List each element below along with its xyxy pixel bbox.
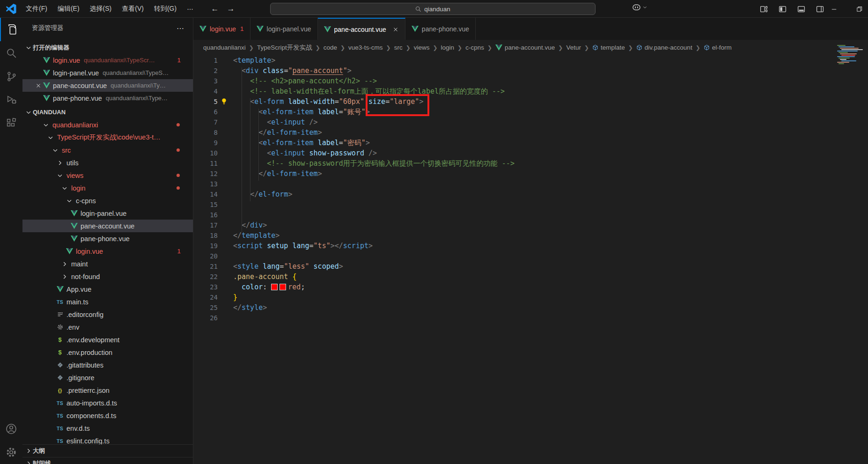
menu-item-4[interactable]: 转到(G) (149, 3, 182, 15)
line-number[interactable]: 1 (193, 57, 218, 64)
tree-item-pane-account.vue[interactable]: pane-account.vue (22, 220, 193, 232)
section-时间线[interactable]: 时间线 (22, 457, 193, 464)
tree-item-pane-phone.vue[interactable]: pane-phone.vue (22, 232, 193, 245)
code-line-2[interactable]: 2 <div class="pane-account"> (193, 66, 868, 76)
code-text[interactable]: color: red; (233, 282, 305, 292)
breadcrumb-item-TypeScript_[interactable]: TypeScript开发实战 (257, 44, 312, 52)
code-line-22[interactable]: 22.pane-account { (193, 272, 868, 282)
activity-settings-icon[interactable] (0, 441, 22, 464)
code-text[interactable]: <template> (233, 55, 275, 66)
close-icon[interactable] (392, 26, 399, 33)
line-number[interactable]: 2 (193, 67, 218, 74)
tree-item-.env.production[interactable]: $.env.production (22, 346, 193, 359)
tree-item-.env[interactable]: .env (22, 321, 193, 333)
code-text[interactable]: </el-form-item> (233, 169, 322, 179)
line-number[interactable]: 10 (193, 149, 218, 157)
code-line-17[interactable]: 17 </div> (193, 220, 868, 230)
tree-item-not-found[interactable]: not-found (22, 270, 193, 283)
menu-item-2[interactable]: 选择(S) (85, 3, 117, 15)
activity-account-icon[interactable] (0, 417, 22, 441)
code-line-14[interactable]: 14 </el-form> (193, 189, 868, 199)
breadcrumb-item-login[interactable]: login (441, 44, 455, 51)
line-number[interactable]: 9 (193, 139, 218, 147)
code-text[interactable]: </el-form-item> (233, 127, 322, 138)
breadcrumb-item-el-form[interactable]: el-form (704, 44, 732, 51)
toggle-secondary-sidebar-icon[interactable] (814, 3, 826, 15)
tree-item-.env.development[interactable]: $.env.development (22, 333, 193, 346)
tree-item-maint[interactable]: maint (22, 258, 193, 270)
activity-search-icon[interactable] (0, 41, 22, 65)
tree-item-App.vue[interactable]: App.vue (22, 283, 193, 295)
line-number[interactable]: 17 (193, 221, 218, 229)
breadcrumb-item-template[interactable]: template (592, 44, 625, 51)
code-text[interactable]: <el-form-item label="密码"> (233, 138, 370, 148)
code-line-6[interactable]: 6 <el-form-item label="账号"> (193, 107, 868, 117)
tree-item-components.d.ts[interactable]: TScomponents.d.ts (22, 409, 193, 422)
tree-item-TypeScript_code_vue3-t_[interactable]: TypeScript开发实战\code\vue3-t… (22, 131, 193, 144)
breadcrumb-item-div.pane-account[interactable]: div.pane-account (636, 44, 692, 51)
project-header[interactable]: QIANDUAN (22, 106, 193, 118)
tree-item-auto-imports.d.ts[interactable]: TSauto-imports.d.ts (22, 397, 193, 409)
code-line-12[interactable]: 12 </el-form-item> (193, 169, 868, 179)
activity-run-debug-icon[interactable] (0, 88, 22, 111)
tree-item-src[interactable]: src (22, 144, 193, 156)
line-number[interactable]: 3 (193, 77, 218, 85)
back-arrow-icon[interactable]: ← (209, 3, 221, 15)
color-swatch-red[interactable] (271, 284, 278, 290)
open-editors-header[interactable]: 打开的编辑器 (22, 41, 193, 54)
section-大纲[interactable]: 大纲 (22, 444, 193, 457)
menu-item-5[interactable]: ⋯ (182, 3, 199, 15)
line-number[interactable]: 15 (193, 201, 218, 208)
open-editor-pane-phone.vue[interactable]: pane-phone.vuequanduanlianxi\Type… (22, 92, 193, 104)
code-text[interactable]: <el-form-item label="账号"> (233, 107, 370, 117)
line-number[interactable]: 24 (193, 294, 218, 301)
code-line-8[interactable]: 8 </el-form-item> (193, 127, 868, 138)
line-number[interactable]: 19 (193, 242, 218, 250)
minimize-icon[interactable] (828, 3, 840, 15)
tab-pane-phone.vue[interactable]: pane-phone.vue (405, 18, 476, 40)
color-swatch-red[interactable] (280, 284, 286, 290)
code-line-20[interactable]: 20 (193, 251, 868, 261)
code-line-18[interactable]: 18</template> (193, 230, 868, 241)
menu-item-1[interactable]: 编辑(E) (52, 3, 85, 15)
code-text[interactable]: <!-- show-password用于为密码输入框提供一个切换密码可见性的功能… (233, 158, 515, 169)
tree-item-login-panel.vue[interactable]: login-panel.vue (22, 207, 193, 220)
open-editor-pane-account.vue[interactable]: pane-account.vuequanduanlianxi\Ty… (22, 79, 193, 92)
breadcrumb-item-Vetur[interactable]: Vetur (566, 44, 581, 51)
open-editor-login-panel.vue[interactable]: login-panel.vuequanduanlianxi\TypeS… (22, 66, 193, 79)
tab-pane-account.vue[interactable]: pane-account.vue (318, 18, 405, 40)
code-line-13[interactable]: 13 (193, 179, 868, 189)
code-line-10[interactable]: 10 <el-input show-password /> (193, 148, 868, 158)
tab-login-panel.vue[interactable]: login-panel.vue (250, 18, 318, 40)
tree-item-utils[interactable]: utils (22, 156, 193, 169)
tree-item-main.ts[interactable]: TSmain.ts (22, 295, 193, 308)
tree-item-env.d.ts[interactable]: TSenv.d.ts (22, 422, 193, 435)
line-number[interactable]: 12 (193, 170, 218, 177)
code-line-5[interactable]: 5 <el-form label-width="60px" size="larg… (193, 96, 868, 107)
more-actions-icon[interactable]: ⋯ (177, 24, 184, 33)
breadcrumb-item-src[interactable]: src (394, 44, 403, 51)
tree-item-.gitignore[interactable]: .gitignore (22, 371, 193, 384)
code-editor[interactable]: 1<template>2 <div class="pane-account">3… (193, 55, 868, 464)
activity-source-control-icon[interactable] (0, 65, 22, 88)
code-text[interactable]: <el-input show-password /> (233, 148, 377, 158)
code-line-11[interactable]: 11 <!-- show-password用于为密码输入框提供一个切换密码可见性… (193, 158, 868, 169)
code-line-21[interactable]: 21<style lang="less" scoped> (193, 261, 868, 272)
code-line-3[interactable]: 3 <!-- <h2>pane-account</h2> --> (193, 76, 868, 86)
tree-item-views[interactable]: views (22, 169, 193, 182)
forward-arrow-icon[interactable]: → (225, 3, 237, 15)
line-number[interactable]: 26 (193, 314, 218, 322)
line-number[interactable]: 20 (193, 252, 218, 260)
line-number[interactable]: 14 (193, 191, 218, 198)
line-number[interactable]: 5 (193, 98, 218, 105)
breadcrumb-item-code[interactable]: code (324, 44, 337, 51)
customize-layout-icon[interactable] (758, 3, 770, 15)
breadcrumb-item-vue3-ts-cms[interactable]: vue3-ts-cms (348, 44, 383, 51)
tree-item-c-cpns[interactable]: c-cpns (22, 194, 193, 207)
breadcrumb-item-c-cpns[interactable]: c-cpns (465, 44, 484, 51)
open-editor-login.vue[interactable]: login.vuequanduanlianxi\TypeScr…1 (22, 54, 193, 66)
toggle-panel-icon[interactable] (795, 3, 807, 15)
code-text[interactable]: <script setup lang="ts"></script> (233, 241, 373, 251)
close-icon[interactable] (34, 82, 43, 89)
code-line-25[interactable]: 25</style> (193, 302, 868, 313)
